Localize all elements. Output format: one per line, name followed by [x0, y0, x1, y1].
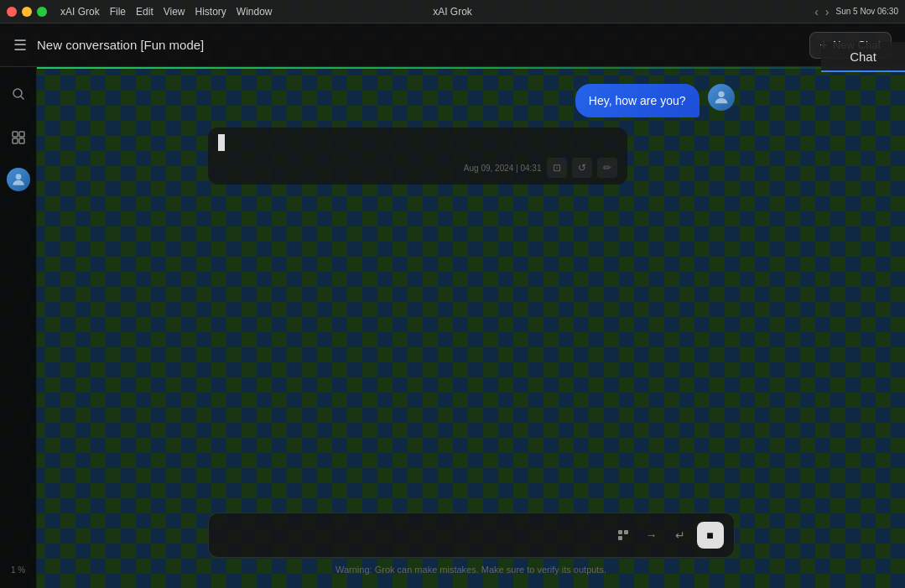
input-area: → ↵ ■ Warning: Grok can make mistakes. M…: [195, 506, 748, 588]
close-button[interactable]: [7, 7, 17, 17]
regenerate-button[interactable]: ↺: [572, 158, 592, 178]
svg-point-6: [15, 174, 21, 180]
window-title: xAI Grok: [433, 6, 472, 18]
copy-button[interactable]: ⊡: [547, 158, 567, 178]
svg-rect-3: [19, 132, 24, 137]
svg-rect-9: [624, 530, 628, 534]
svg-rect-10: [618, 536, 622, 540]
menu-view[interactable]: View: [164, 6, 185, 18]
user-message: Hey, how are you?: [208, 84, 735, 117]
usage-percent: 1 %: [11, 565, 25, 575]
input-tools: → ↵ ■: [611, 522, 724, 549]
send-button[interactable]: ■: [697, 522, 724, 549]
chat-panel-label: Chat: [850, 49, 876, 64]
chat-input[interactable]: [219, 520, 605, 550]
forward-button[interactable]: ›: [825, 5, 830, 18]
svg-line-1: [21, 96, 23, 99]
accent-line: [37, 67, 905, 69]
svg-rect-4: [13, 138, 18, 143]
titlebar: xAI Grok File Edit View History Window x…: [0, 0, 905, 23]
sidebar: 1 %: [0, 67, 37, 588]
back-button[interactable]: ‹: [814, 5, 819, 18]
grid-sidebar-button[interactable]: [5, 124, 32, 151]
system-icons: Sun 5 Nov 06:30: [836, 7, 899, 16]
titlebar-left: xAI Grok File Edit View History Window: [7, 6, 273, 18]
user-bubble: Hey, how are you?: [575, 84, 700, 117]
minimize-button[interactable]: [22, 7, 32, 17]
message-timestamp: Aug 09, 2024 | 04:31: [464, 164, 542, 173]
return-button[interactable]: ↵: [668, 523, 692, 547]
menu-history[interactable]: History: [195, 6, 226, 18]
chat-panel-tab[interactable]: Chat: [821, 42, 905, 72]
svg-rect-2: [13, 132, 18, 137]
arrow-button[interactable]: →: [640, 523, 663, 547]
maximize-button[interactable]: [37, 7, 47, 17]
attach-button[interactable]: [611, 523, 635, 547]
message-actions: Aug 09, 2024 | 04:31 ⊡ ↺ ✏: [464, 158, 617, 178]
ai-message: Aug 09, 2024 | 04:31 ⊡ ↺ ✏: [208, 127, 627, 185]
app-bar-left: ☰ New conversation [Fun mode]: [13, 36, 204, 55]
ai-cursor: [218, 134, 225, 151]
svg-point-7: [718, 91, 724, 97]
menu-toggle-button[interactable]: ☰: [13, 36, 27, 55]
search-sidebar-button[interactable]: [5, 81, 32, 107]
user-avatar-sidebar[interactable]: [7, 168, 30, 191]
traffic-lights: [7, 7, 47, 17]
user-message-text: Hey, how are you?: [589, 94, 686, 107]
warning-text: Warning: Grok can make mistakes. Make su…: [208, 565, 735, 575]
main-content: Hey, how are you? Aug 09, 2024 | 04:31 ⊡…: [37, 67, 905, 588]
svg-rect-8: [618, 530, 622, 534]
menu-bar: xAI Grok File Edit View History Window: [60, 6, 273, 18]
titlebar-right: ‹ › Sun 5 Nov 06:30: [814, 5, 898, 18]
svg-rect-5: [19, 138, 24, 143]
menu-window[interactable]: Window: [237, 6, 273, 18]
input-container: → ↵ ■: [208, 513, 735, 558]
app-name-menu[interactable]: xAI Grok: [60, 6, 100, 18]
menu-file[interactable]: File: [110, 6, 126, 18]
edit-button[interactable]: ✏: [597, 158, 617, 178]
datetime-display: Sun 5 Nov 06:30: [836, 7, 899, 16]
chat-area: Hey, how are you? Aug 09, 2024 | 04:31 ⊡…: [195, 67, 748, 506]
conversation-title: New conversation [Fun mode]: [37, 38, 204, 52]
user-avatar-message: [708, 84, 735, 111]
app-bar: ☰ New conversation [Fun mode] + New Chat: [0, 23, 905, 67]
menu-edit[interactable]: Edit: [136, 6, 153, 18]
